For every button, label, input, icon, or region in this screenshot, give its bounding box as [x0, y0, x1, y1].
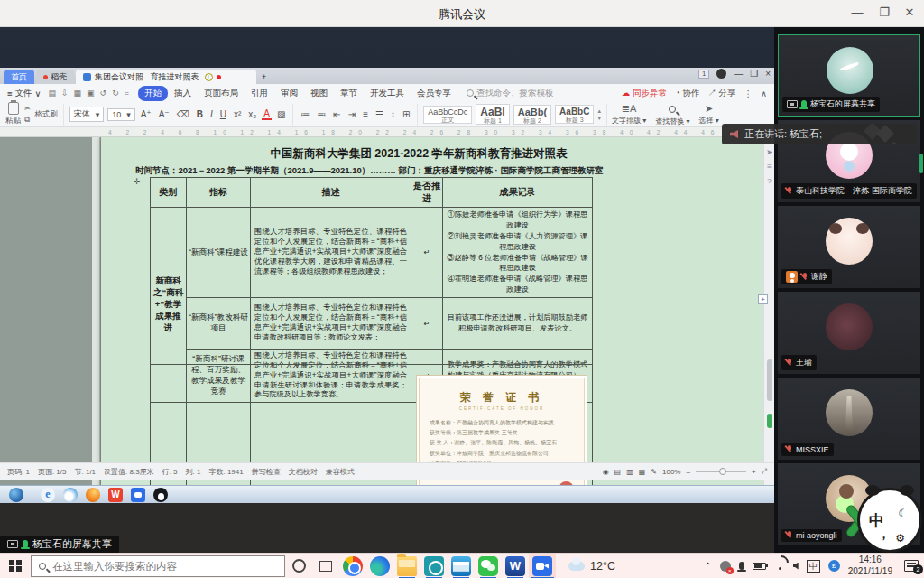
- participant-tile[interactable]: 王瑜: [778, 292, 920, 374]
- format-painter-button[interactable]: 格式刷: [34, 109, 58, 120]
- menu-view[interactable]: 视图: [304, 86, 334, 101]
- shrink-font-icon[interactable]: A⁻: [157, 109, 171, 119]
- menu-page-layout[interactable]: 页面布局: [198, 86, 245, 101]
- command-search[interactable]: 查找命令、搜索模板: [467, 88, 554, 99]
- start-button[interactable]: [0, 554, 31, 578]
- table-move-handle[interactable]: ✛: [134, 177, 141, 186]
- zoom-slider[interactable]: [696, 471, 746, 472]
- sync-error-button[interactable]: ☁ 同步异常: [622, 88, 667, 99]
- indent-icon[interactable]: ⇥: [346, 109, 357, 119]
- taskbar-app-mail[interactable]: [448, 554, 475, 578]
- taskbar-clock[interactable]: 14:16 2021/11/19: [848, 555, 892, 577]
- preview-icon[interactable]: ▣: [87, 89, 95, 98]
- menu-dev-tools[interactable]: 开发工具: [364, 86, 411, 101]
- battery-icon[interactable]: [753, 563, 766, 570]
- shading-icon[interactable]: ⊞: [401, 109, 411, 119]
- cursor-icon[interactable]: ➤: [764, 148, 774, 156]
- participant-tile[interactable]: 谢静: [778, 206, 920, 288]
- taskbar-search[interactable]: [31, 555, 285, 577]
- view-outline-icon[interactable]: ▦: [639, 468, 646, 476]
- eye-protect-icon[interactable]: ◉: [603, 468, 609, 476]
- view-web-icon[interactable]: ▥: [626, 468, 633, 476]
- internet-explorer-icon[interactable]: e: [41, 488, 55, 502]
- bold-icon[interactable]: B: [195, 109, 205, 119]
- underline-icon[interactable]: U: [218, 109, 228, 119]
- menu-home[interactable]: 开始: [138, 86, 168, 101]
- export-icon[interactable]: ⇩: [61, 89, 69, 98]
- ink-icon[interactable]: ✎: [651, 468, 657, 476]
- wps-close-icon[interactable]: ×: [765, 69, 771, 79]
- spell-check-toggle[interactable]: 拼写检查: [252, 467, 281, 477]
- tencent-meeting-icon[interactable]: [131, 488, 145, 502]
- text-layout-button[interactable]: ≣A文字排版 ▾: [607, 103, 651, 126]
- collaborate-button[interactable]: ◔ 协作: [675, 88, 699, 99]
- ime-floating-ball[interactable]: 中 ☾ ， ⚙: [857, 488, 922, 553]
- menu-references[interactable]: 引用: [245, 86, 274, 101]
- clear-format-icon[interactable]: ⌫: [175, 109, 191, 119]
- task-view-button[interactable]: [312, 554, 339, 578]
- redo-icon[interactable]: ↻: [112, 89, 119, 98]
- taskbar-app-teal[interactable]: [420, 554, 448, 578]
- search-input[interactable]: [52, 561, 260, 572]
- print-icon[interactable]: ▦: [74, 89, 82, 98]
- help-icon[interactable]: ?: [764, 177, 774, 185]
- start-globe-icon[interactable]: [9, 488, 23, 502]
- taskbar-app-word[interactable]: W: [502, 554, 529, 578]
- taskbar-app-explorer[interactable]: [393, 554, 420, 578]
- style-heading2[interactable]: AaBb(标题 2: [513, 105, 551, 125]
- tab-document[interactable]: 集团会议对照...育推进对照表!: [76, 70, 256, 84]
- copy-icon[interactable]: ⧉: [24, 115, 31, 125]
- wps-office-icon[interactable]: W: [108, 488, 123, 502]
- zoom-level[interactable]: 100%: [662, 468, 680, 476]
- sync-blocked-tray-icon[interactable]: [720, 561, 731, 572]
- taskbar-app-wechat[interactable]: [475, 554, 502, 578]
- more-menu-icon[interactable]: ⋮: [744, 89, 753, 98]
- taskbar-app-edge[interactable]: [366, 554, 393, 578]
- proofread-toggle[interactable]: 文档校对: [289, 467, 318, 477]
- minimize-icon[interactable]: —: [845, 5, 870, 19]
- account-avatar[interactable]: [716, 69, 726, 79]
- grow-font-icon[interactable]: A⁺: [139, 109, 153, 119]
- sidebar-scrollbar[interactable]: [919, 154, 923, 173]
- taskbar-app-chrome[interactable]: [339, 554, 366, 578]
- style-heading3[interactable]: AaBbC标题 3: [555, 105, 594, 124]
- align-center-icon[interactable]: ☰: [374, 109, 385, 119]
- notification-icon[interactable]: 1: [698, 70, 709, 79]
- align-left-icon[interactable]: ≡: [361, 109, 370, 119]
- wps-maximize-icon[interactable]: ❐: [750, 69, 758, 79]
- outdent-icon[interactable]: ⇤: [331, 109, 342, 119]
- blue-tray-app-icon[interactable]: ₤: [828, 560, 840, 572]
- weather-widget[interactable]: 12°C: [568, 560, 615, 573]
- browser-icon[interactable]: [63, 488, 78, 502]
- taskbar-app-tencent-meeting[interactable]: [529, 554, 556, 578]
- style-normal[interactable]: AaBbCcDc正文: [423, 106, 472, 124]
- font-name-select[interactable]: 宋体▾: [69, 107, 105, 122]
- firefox-icon[interactable]: [86, 488, 100, 502]
- cut-icon[interactable]: ✂: [24, 104, 31, 113]
- microphone-tray-icon[interactable]: [739, 562, 744, 570]
- save-icon[interactable]: ▤: [49, 89, 57, 98]
- numbering-icon[interactable]: ≕: [315, 109, 328, 119]
- view-page-icon[interactable]: ▤: [614, 468, 622, 476]
- undo-icon[interactable]: ↺: [100, 89, 107, 98]
- menu-member[interactable]: 会员专享: [411, 86, 457, 101]
- volume-icon[interactable]: [793, 563, 799, 570]
- wps-minimize-icon[interactable]: —: [734, 69, 743, 79]
- qq-icon[interactable]: [153, 488, 168, 502]
- select-button[interactable]: ➤选择 ▾: [694, 103, 723, 126]
- share-button[interactable]: ↗ 分享: [707, 88, 735, 99]
- menu-review[interactable]: 审阅: [274, 86, 304, 101]
- highlight-icon[interactable]: ▨: [275, 109, 287, 119]
- font-size-select[interactable]: 10▾: [107, 108, 135, 121]
- participant-tile[interactable]: MISSXIE: [778, 378, 920, 460]
- line-spacing-icon[interactable]: ↕: [389, 109, 397, 119]
- close-icon[interactable]: ✕: [897, 5, 922, 19]
- paste-button[interactable]: 粘贴: [5, 102, 21, 126]
- maximize-icon[interactable]: ❐: [872, 5, 897, 19]
- punctuation-icon[interactable]: ，: [878, 527, 890, 543]
- bullets-icon[interactable]: ≔: [299, 109, 311, 119]
- ime-tray-indicator[interactable]: 中: [807, 560, 820, 573]
- cortana-button[interactable]: [285, 554, 312, 578]
- italic-icon[interactable]: I: [208, 109, 215, 119]
- file-menu[interactable]: ≡文件∨: [0, 88, 49, 99]
